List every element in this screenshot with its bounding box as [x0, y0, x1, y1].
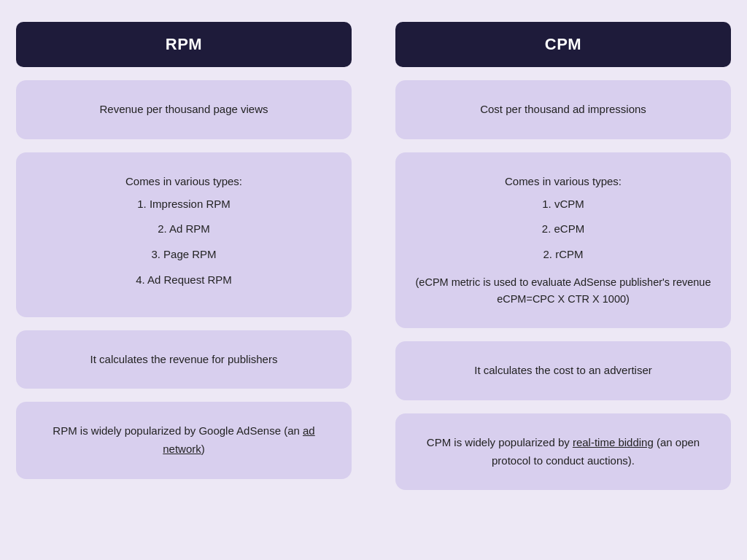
list-item: 2. rCPM — [413, 246, 713, 264]
list-item: 2. eCPM — [413, 220, 713, 238]
rpm-card-definition: Revenue per thousand page views — [16, 80, 352, 139]
comparison-container: RPM Revenue per thousand page views Come… — [16, 22, 731, 490]
cpm-types-list: 1. vCPM 2. eCPM 2. rCPM — [413, 195, 713, 264]
rpm-revenue-text: It calculates the revenue for publishers — [90, 353, 278, 365]
rpm-card-types: Comes in various types: 1. Impression RP… — [16, 152, 352, 317]
cpm-header: CPM — [395, 22, 731, 67]
list-item: 3. Page RPM — [34, 246, 334, 264]
cpm-rtb-link[interactable]: real-time bidding — [573, 436, 654, 448]
rpm-popularity-text-end: ) — [201, 443, 205, 455]
list-item: 4. Ad Request RPM — [34, 271, 334, 289]
rpm-types-list: 1. Impression RPM 2. Ad RPM 3. Page RPM … — [34, 195, 334, 289]
rpm-header: RPM — [16, 22, 352, 67]
rpm-card-revenue: It calculates the revenue for publishers — [16, 330, 352, 389]
list-item: 1. Impression RPM — [34, 195, 334, 214]
cpm-card-types: Comes in various types: 1. vCPM 2. eCPM … — [395, 152, 731, 328]
cpm-card-cost: It calculates the cost to an advertiser — [395, 341, 731, 400]
cpm-ecpm-note: (eCPM metric is used to evaluate AdSense… — [413, 274, 713, 308]
cpm-card-popularity: CPM is widely popularized by real-time b… — [395, 413, 731, 491]
cpm-definition-text: Cost per thousand ad impressions — [480, 103, 646, 115]
rpm-popularity-text-prefix: RPM is widely popularized by Google AdSe… — [53, 424, 303, 437]
cpm-popularity-text-prefix: CPM is widely popularized by — [427, 436, 573, 448]
rpm-card-popularity: RPM is widely popularized by Google AdSe… — [16, 402, 352, 479]
rpm-definition-text: Revenue per thousand page views — [100, 103, 268, 115]
list-item: 2. Ad RPM — [34, 220, 334, 238]
cpm-column: CPM Cost per thousand ad impressions Com… — [395, 22, 731, 490]
list-item: 1. vCPM — [413, 195, 713, 214]
cpm-cost-text: It calculates the cost to an advertiser — [474, 364, 651, 376]
rpm-column: RPM Revenue per thousand page views Come… — [16, 22, 352, 490]
cpm-card-definition: Cost per thousand ad impressions — [395, 80, 731, 139]
cpm-types-intro: Comes in various types: — [413, 173, 713, 191]
rpm-types-intro: Comes in various types: — [34, 173, 334, 191]
